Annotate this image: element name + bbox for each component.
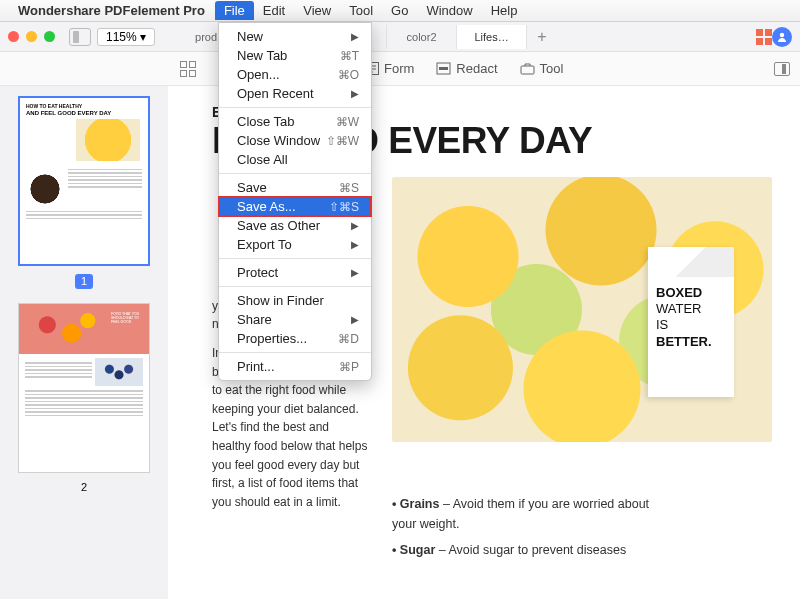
tool-form-label: Form	[384, 61, 414, 76]
menu-window[interactable]: Window	[417, 1, 481, 20]
maximize-button[interactable]	[44, 31, 55, 42]
user-avatar-icon[interactable]	[772, 27, 792, 47]
tool-tool[interactable]: Tool	[520, 61, 564, 76]
svg-rect-8	[439, 67, 448, 70]
menu-item-show-in-finder[interactable]: Show in Finder	[219, 291, 371, 310]
menu-item-open[interactable]: Open...⌘O	[219, 65, 371, 84]
menu-item-new-tab[interactable]: New Tab⌘T	[219, 46, 371, 65]
right-panel-icon[interactable]	[774, 62, 790, 76]
thumb-2-number: 2	[10, 481, 158, 493]
submenu-arrow-icon: ▶	[351, 88, 359, 99]
submenu-arrow-icon: ▶	[351, 220, 359, 231]
menu-item-open-recent[interactable]: Open Recent▶	[219, 84, 371, 103]
menu-shortcut: ⇧⌘W	[326, 134, 359, 148]
file-dropdown-menu: New▶New Tab⌘TOpen...⌘OOpen Recent▶Close …	[218, 22, 372, 381]
menu-view[interactable]: View	[294, 1, 340, 20]
minimize-button[interactable]	[26, 31, 37, 42]
menu-item-label: Close Window	[237, 133, 320, 148]
menu-item-share[interactable]: Share▶	[219, 310, 371, 329]
menu-item-label: Share	[237, 312, 272, 327]
close-button[interactable]	[8, 31, 19, 42]
carton-text: BOXED WATER IS BETTER.	[656, 285, 726, 350]
menu-item-close-all[interactable]: Close All	[219, 150, 371, 169]
zoom-select[interactable]: 115% ▾	[97, 28, 155, 46]
menu-item-label: Open...	[237, 67, 280, 82]
menu-item-label: Close All	[237, 152, 288, 167]
menu-item-new[interactable]: New▶	[219, 27, 371, 46]
menu-separator	[219, 107, 371, 108]
menu-shortcut: ⌘W	[336, 115, 359, 129]
doc-hero-image: BOXED WATER IS BETTER.	[392, 177, 772, 442]
submenu-arrow-icon: ▶	[351, 31, 359, 42]
thumb2-lines	[25, 362, 92, 386]
tool-tool-label: Tool	[540, 61, 564, 76]
menu-shortcut: ⌘O	[338, 68, 359, 82]
menu-separator	[219, 258, 371, 259]
tab-3[interactable]: color2	[387, 25, 457, 49]
thumbnails-icon[interactable]	[180, 61, 198, 77]
tab-add-button[interactable]: +	[527, 25, 557, 49]
menu-item-label: Save as Other	[237, 218, 320, 233]
menu-item-close-tab[interactable]: Close Tab⌘W	[219, 112, 371, 131]
thumbnail-2[interactable]: FOOD THAT YOU SHOULD EAT TO FEEL GOOD	[18, 303, 150, 473]
thumb1-h2: AND FEEL GOOD EVERY DAY	[26, 110, 142, 116]
menu-item-save-as-other[interactable]: Save as Other▶	[219, 216, 371, 235]
menu-shortcut: ⌘D	[338, 332, 359, 346]
thumb1-hero-image	[76, 119, 140, 161]
doc-bullets: • Grains – Avoid them if you are worried…	[392, 494, 652, 560]
svg-rect-9	[521, 66, 534, 74]
menu-item-label: Save As...	[237, 199, 296, 214]
menu-item-save-as[interactable]: Save As...⇧⌘S	[219, 197, 371, 216]
toolbox-icon	[520, 61, 535, 76]
menubar: Wondershare PDFelement Pro File Edit Vie…	[0, 0, 800, 22]
menu-separator	[219, 352, 371, 353]
menu-item-print[interactable]: Print...⌘P	[219, 357, 371, 376]
menu-go[interactable]: Go	[382, 1, 417, 20]
menu-shortcut: ⇧⌘S	[329, 200, 359, 214]
menu-item-label: New Tab	[237, 48, 287, 63]
boxed-water-carton: BOXED WATER IS BETTER.	[648, 247, 734, 397]
thumbnail-panel: HOW TO EAT HEALTHY AND FEEL GOOD EVERY D…	[0, 86, 168, 599]
menu-item-label: Properties...	[237, 331, 307, 346]
menu-item-save[interactable]: Save⌘S	[219, 178, 371, 197]
thumb1-coffee-image	[26, 171, 64, 207]
redact-icon	[436, 61, 451, 76]
traffic-lights	[8, 31, 55, 42]
thumbnail-1[interactable]: HOW TO EAT HEALTHY AND FEEL GOOD EVERY D…	[18, 96, 150, 266]
menu-item-protect[interactable]: Protect▶	[219, 263, 371, 282]
menu-tool[interactable]: Tool	[340, 1, 382, 20]
grid-view-icon[interactable]	[756, 29, 772, 45]
menu-item-export-to[interactable]: Export To▶	[219, 235, 371, 254]
tool-redact-label: Redact	[456, 61, 497, 76]
menu-help[interactable]: Help	[482, 1, 527, 20]
menu-item-label: Close Tab	[237, 114, 295, 129]
sidebar-toggle-icon[interactable]	[69, 28, 91, 46]
menu-shortcut: ⌘T	[340, 49, 359, 63]
menu-item-label: New	[237, 29, 263, 44]
app-name[interactable]: Wondershare PDFelement Pro	[18, 3, 205, 18]
menu-item-close-window[interactable]: Close Window⇧⌘W	[219, 131, 371, 150]
menu-edit[interactable]: Edit	[254, 1, 294, 20]
menu-item-label: Open Recent	[237, 86, 314, 101]
tool-redact[interactable]: Redact	[436, 61, 497, 76]
thumb1-text-lines2	[26, 211, 142, 220]
thumb2-citrus-image	[23, 308, 104, 350]
menu-separator	[219, 286, 371, 287]
thumb2-lines2	[25, 390, 143, 416]
menu-item-properties[interactable]: Properties...⌘D	[219, 329, 371, 348]
tab-4[interactable]: Lifes…	[457, 25, 527, 49]
edit-toolbar: Image Link Form Redact Tool	[0, 52, 800, 86]
thumb-1-number: 1	[75, 274, 93, 289]
window-toolbar: 115% ▾ prod… Prod… color2 Lifes… +	[0, 22, 800, 52]
menu-file[interactable]: File	[215, 1, 254, 20]
submenu-arrow-icon: ▶	[351, 267, 359, 278]
menu-item-label: Protect	[237, 265, 278, 280]
svg-point-0	[780, 32, 784, 36]
menu-item-label: Print...	[237, 359, 275, 374]
thumb2-berry-image	[95, 358, 143, 386]
main-area: HOW TO EAT HEALTHY AND FEEL GOOD EVERY D…	[0, 86, 800, 599]
menu-separator	[219, 173, 371, 174]
menu-item-label: Export To	[237, 237, 292, 252]
menu-shortcut: ⌘S	[339, 181, 359, 195]
menu-item-label: Save	[237, 180, 267, 195]
